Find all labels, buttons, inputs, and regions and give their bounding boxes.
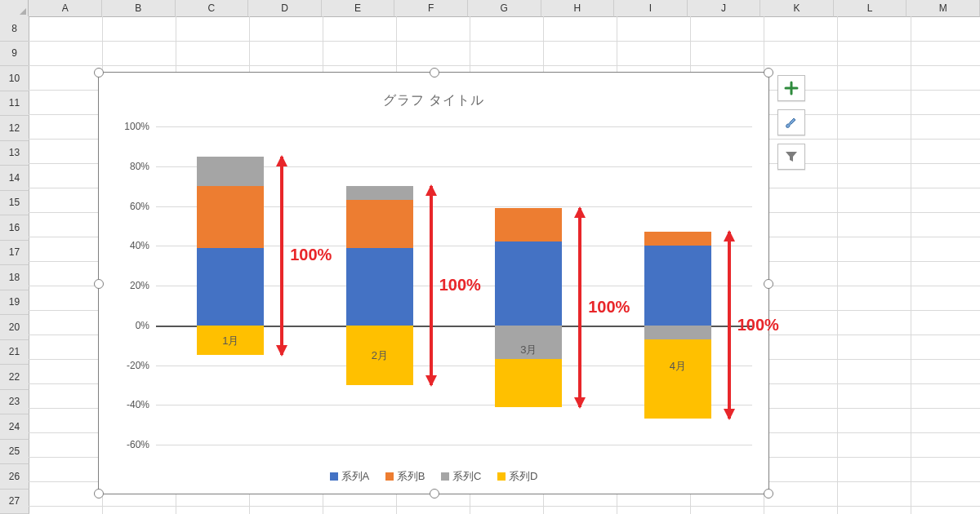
bar-segment[interactable] bbox=[644, 326, 711, 339]
column-header[interactable]: I bbox=[614, 0, 688, 17]
bar-segment[interactable] bbox=[346, 248, 413, 326]
bar-group[interactable]: 2月 bbox=[346, 126, 413, 445]
bar-segment[interactable] bbox=[197, 157, 264, 187]
resize-handle[interactable] bbox=[764, 279, 773, 289]
resize-handle[interactable] bbox=[430, 489, 439, 498]
resize-handle[interactable] bbox=[94, 279, 104, 289]
select-all-corner[interactable] bbox=[0, 0, 29, 17]
resize-handle[interactable] bbox=[764, 68, 773, 78]
resize-handle[interactable] bbox=[764, 489, 773, 498]
row-header[interactable]: 14 bbox=[0, 166, 29, 191]
legend-item-b[interactable]: 系列B bbox=[385, 469, 425, 484]
bar-segment[interactable] bbox=[346, 326, 413, 385]
chart-object[interactable]: グラフ タイトル -60%-40%-20%0%20%40%60%80%100%1… bbox=[98, 72, 769, 494]
legend-swatch bbox=[441, 472, 449, 481]
column-header[interactable]: E bbox=[322, 0, 395, 17]
row-header[interactable]: 27 bbox=[0, 490, 29, 515]
legend-label: 系列B bbox=[397, 469, 425, 484]
legend-label: 系列A bbox=[341, 469, 370, 484]
bar-segment[interactable] bbox=[495, 241, 562, 325]
annotation-label: 100% bbox=[439, 276, 481, 295]
row-header[interactable]: 10 bbox=[0, 66, 29, 91]
bar-segment[interactable] bbox=[197, 186, 264, 248]
funnel-icon bbox=[784, 149, 799, 164]
row-header[interactable]: 24 bbox=[0, 414, 29, 440]
legend-item-d[interactable]: 系列D bbox=[497, 469, 537, 484]
column-header[interactable]: M bbox=[906, 0, 980, 17]
row-header[interactable]: 13 bbox=[0, 141, 29, 166]
annotation-label: 100% bbox=[737, 316, 779, 335]
bar-segment[interactable] bbox=[644, 246, 711, 326]
column-header[interactable]: G bbox=[468, 0, 541, 17]
column-header[interactable]: K bbox=[760, 0, 834, 17]
plus-icon bbox=[784, 81, 799, 95]
row-header[interactable]: 9 bbox=[0, 42, 29, 67]
chart-styles-button[interactable] bbox=[777, 109, 805, 135]
annotation-label: 100% bbox=[588, 298, 630, 317]
chart-title[interactable]: グラフ タイトル bbox=[99, 73, 768, 109]
column-header[interactable]: C bbox=[176, 0, 249, 17]
resize-handle[interactable] bbox=[94, 489, 104, 498]
chart-elements-button[interactable] bbox=[777, 75, 805, 101]
row-header[interactable]: 18 bbox=[0, 265, 29, 290]
y-axis-tick-label: 40% bbox=[130, 240, 156, 251]
bar-group[interactable]: 4月 bbox=[644, 126, 711, 445]
row-header[interactable]: 22 bbox=[0, 365, 29, 390]
row-header[interactable]: 25 bbox=[0, 440, 29, 465]
column-header[interactable]: F bbox=[394, 0, 468, 17]
row-header[interactable]: 11 bbox=[0, 91, 29, 117]
bar-segment[interactable] bbox=[197, 326, 264, 356]
legend-swatch bbox=[385, 472, 394, 481]
annotation-arrow bbox=[280, 157, 283, 356]
bar-group[interactable]: 3月 bbox=[495, 126, 562, 445]
legend-item-a[interactable]: 系列A bbox=[330, 469, 370, 484]
legend-label: 系列C bbox=[452, 469, 481, 484]
resize-handle[interactable] bbox=[94, 68, 104, 78]
column-header[interactable]: A bbox=[29, 0, 102, 17]
bar-segment[interactable] bbox=[644, 232, 711, 246]
row-header[interactable]: 23 bbox=[0, 390, 29, 415]
bar-segment[interactable] bbox=[197, 248, 264, 326]
plot-area[interactable]: -60%-40%-20%0%20%40%60%80%100%1月100%2月10… bbox=[156, 126, 752, 445]
bar-segment[interactable] bbox=[495, 359, 562, 407]
row-header[interactable]: 16 bbox=[0, 215, 29, 241]
column-header[interactable]: B bbox=[102, 0, 176, 17]
column-header[interactable]: H bbox=[541, 0, 615, 17]
row-header[interactable]: 21 bbox=[0, 340, 29, 366]
y-axis-tick-label: -40% bbox=[127, 399, 156, 410]
y-axis-tick-label: 80% bbox=[130, 161, 156, 172]
row-header[interactable]: 12 bbox=[0, 116, 29, 141]
y-axis-tick-label: 60% bbox=[130, 201, 156, 212]
annotation-label: 100% bbox=[290, 246, 332, 264]
column-header[interactable]: J bbox=[688, 0, 761, 17]
chart-side-toolbar bbox=[777, 75, 805, 170]
row-header[interactable]: 20 bbox=[0, 315, 29, 340]
row-header[interactable]: 8 bbox=[0, 16, 29, 42]
resize-handle[interactable] bbox=[430, 68, 439, 78]
row-header[interactable]: 15 bbox=[0, 191, 29, 216]
column-header[interactable]: L bbox=[834, 0, 907, 17]
y-axis-tick-label: 0% bbox=[136, 320, 156, 331]
column-header[interactable]: D bbox=[248, 0, 322, 17]
row-header[interactable]: 26 bbox=[0, 464, 29, 490]
legend[interactable]: 系列A 系列B 系列C 系列D bbox=[99, 469, 768, 484]
legend-swatch bbox=[497, 472, 506, 481]
column-headers: ABCDEFGHIJKLM bbox=[0, 0, 980, 16]
row-headers: 89101112131415161718192021222324252627 bbox=[0, 16, 29, 514]
bar-segment[interactable] bbox=[644, 339, 711, 419]
bar-segment[interactable] bbox=[346, 200, 413, 248]
annotation-arrow bbox=[430, 186, 433, 385]
row-header[interactable]: 19 bbox=[0, 290, 29, 316]
bar-segment[interactable] bbox=[346, 186, 413, 200]
bar-segment[interactable] bbox=[495, 208, 562, 241]
legend-item-c[interactable]: 系列C bbox=[441, 469, 481, 484]
row-header[interactable]: 17 bbox=[0, 241, 29, 266]
chart-filter-button[interactable] bbox=[777, 144, 805, 170]
bar-segment[interactable] bbox=[495, 326, 562, 359]
brush-icon bbox=[784, 115, 799, 130]
legend-swatch bbox=[330, 472, 338, 481]
y-axis-tick-label: 100% bbox=[124, 121, 156, 132]
y-axis-tick-label: -60% bbox=[127, 439, 156, 450]
y-axis-tick-label: -20% bbox=[127, 360, 156, 371]
bar-group[interactable]: 1月 bbox=[197, 126, 264, 445]
